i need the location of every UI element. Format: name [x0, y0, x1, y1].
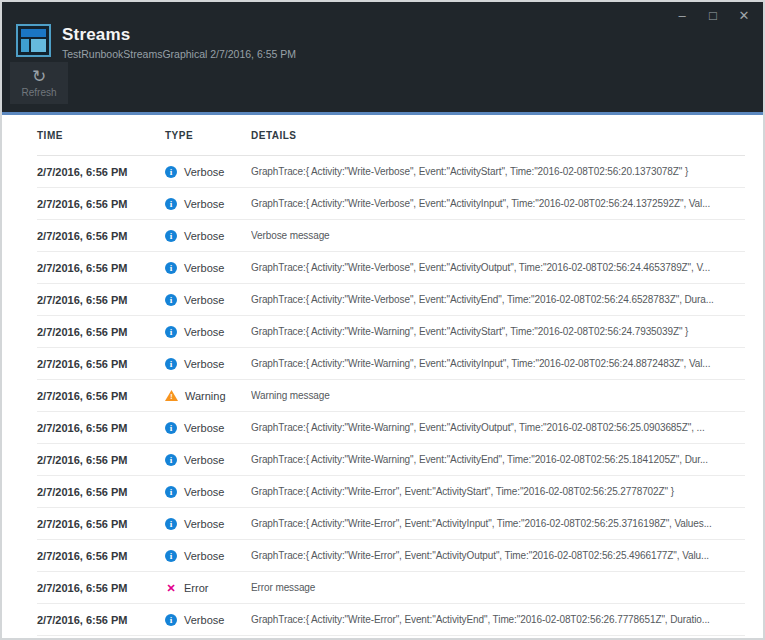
row-type: ✕ Error — [165, 582, 251, 594]
stream-row[interactable]: 2/7/2016, 6:56 PM i Verbose GraphTrace:{… — [37, 348, 745, 380]
stream-row[interactable]: 2/7/2016, 6:56 PM i Verbose GraphTrace:{… — [37, 316, 745, 348]
row-details: GraphTrace:{ Activity:"Write-Warning", E… — [251, 358, 745, 369]
icon-segment — [31, 39, 46, 52]
row-time: 2/7/2016, 6:56 PM — [37, 198, 165, 210]
row-time: 2/7/2016, 6:56 PM — [37, 390, 165, 402]
stream-row[interactable]: 2/7/2016, 6:56 PM i Verbose GraphTrace:{… — [37, 444, 745, 476]
row-time: 2/7/2016, 6:56 PM — [37, 486, 165, 498]
toolbar: ↻ Refresh — [10, 62, 68, 104]
info-icon: i — [165, 486, 177, 498]
info-icon: i — [165, 518, 177, 530]
streams-table: TIME TYPE DETAILS 2/7/2016, 6:56 PM i Ve… — [2, 115, 763, 638]
window-controls: – □ ✕ — [675, 7, 751, 25]
stream-row[interactable]: 2/7/2016, 6:56 PM i Verbose GraphTrace:{… — [37, 156, 745, 188]
row-time: 2/7/2016, 6:56 PM — [37, 454, 165, 466]
stream-row[interactable]: 2/7/2016, 6:56 PM ! Warning Warning mess… — [37, 380, 745, 412]
info-icon: i — [165, 614, 177, 626]
row-time: 2/7/2016, 6:56 PM — [37, 518, 165, 530]
row-type-label: Verbose — [184, 486, 224, 498]
refresh-button[interactable]: ↻ Refresh — [10, 62, 68, 104]
row-type-label: Warning — [185, 390, 226, 402]
row-type-label: Verbose — [184, 198, 224, 210]
row-type: i Verbose — [165, 230, 251, 242]
column-header-details: DETAILS — [251, 130, 745, 141]
row-type: i Verbose — [165, 454, 251, 466]
row-details: GraphTrace:{ Activity:"Write-Warning", E… — [251, 422, 745, 433]
maximize-icon[interactable]: □ — [706, 7, 720, 25]
stream-row[interactable]: 2/7/2016, 6:56 PM i Verbose GraphTrace:{… — [37, 284, 745, 316]
row-type: i Verbose — [165, 198, 251, 210]
info-icon: i — [165, 454, 177, 466]
row-details: GraphTrace:{ Activity:"Write-Warning", E… — [251, 326, 745, 337]
row-type: ! Warning — [165, 390, 251, 402]
refresh-icon: ↻ — [32, 68, 46, 85]
info-icon: i — [165, 294, 177, 306]
row-type-label: Verbose — [184, 518, 224, 530]
info-icon: i — [165, 550, 177, 562]
stream-row[interactable]: 2/7/2016, 6:56 PM ✕ Error Error message — [37, 572, 745, 604]
row-type-label: Verbose — [184, 422, 224, 434]
row-type-label: Verbose — [184, 454, 224, 466]
row-type: i Verbose — [165, 358, 251, 370]
row-time: 2/7/2016, 6:56 PM — [37, 614, 165, 626]
minimize-icon[interactable]: – — [675, 7, 689, 25]
info-icon: i — [165, 230, 177, 242]
row-time: 2/7/2016, 6:56 PM — [37, 422, 165, 434]
row-type: i Verbose — [165, 422, 251, 434]
warning-icon: ! — [165, 390, 178, 401]
info-icon: i — [165, 262, 177, 274]
row-details: GraphTrace:{ Activity:"Write-Error", Eve… — [251, 550, 745, 561]
streams-window: – □ ✕ Streams TestRunbookStreamsGraphica… — [0, 0, 765, 640]
row-type: i Verbose — [165, 166, 251, 178]
page-subtitle: TestRunbookStreamsGraphical 2/7/2016, 6:… — [62, 48, 296, 60]
stream-row[interactable]: 2/7/2016, 6:56 PM i Verbose Verbose mess… — [37, 220, 745, 252]
row-details: GraphTrace:{ Activity:"Write-Verbose", E… — [251, 294, 745, 305]
row-time: 2/7/2016, 6:56 PM — [37, 582, 165, 594]
row-time: 2/7/2016, 6:56 PM — [37, 326, 165, 338]
row-time: 2/7/2016, 6:56 PM — [37, 294, 165, 306]
titlebar: – □ ✕ Streams TestRunbookStreamsGraphica… — [2, 2, 763, 112]
info-icon: i — [165, 166, 177, 178]
row-type-label: Verbose — [184, 326, 224, 338]
row-type: i Verbose — [165, 518, 251, 530]
table-header-row: TIME TYPE DETAILS — [37, 115, 745, 156]
row-details: GraphTrace:{ Activity:"Write-Error", Eve… — [251, 486, 745, 497]
info-icon: i — [165, 326, 177, 338]
row-type-label: Verbose — [184, 166, 224, 178]
stream-row[interactable]: 2/7/2016, 6:56 PM i Verbose GraphTrace:{… — [37, 540, 745, 572]
row-details: GraphTrace:{ Activity:"Write-Error", Eve… — [251, 518, 745, 529]
row-type: i Verbose — [165, 550, 251, 562]
row-type-label: Verbose — [184, 614, 224, 626]
row-type: i Verbose — [165, 486, 251, 498]
stream-row[interactable]: 2/7/2016, 6:56 PM i Verbose GraphTrace:{… — [37, 604, 745, 636]
row-type-label: Error — [184, 582, 208, 594]
row-details: GraphTrace:{ Activity:"Write-Verbose", E… — [251, 198, 745, 209]
error-icon: ✕ — [165, 582, 177, 594]
row-details: GraphTrace:{ Activity:"Write-Error", Eve… — [251, 614, 745, 625]
row-details: Verbose message — [251, 230, 745, 241]
stream-row[interactable]: 2/7/2016, 6:56 PM i Verbose GraphTrace:{… — [37, 476, 745, 508]
close-icon[interactable]: ✕ — [737, 7, 751, 25]
row-details: Warning message — [251, 390, 745, 401]
icon-segment — [21, 29, 46, 37]
row-time: 2/7/2016, 6:56 PM — [37, 550, 165, 562]
column-header-time: TIME — [37, 130, 165, 141]
stream-row[interactable]: 2/7/2016, 6:56 PM i Verbose GraphTrace:{… — [37, 508, 745, 540]
row-time: 2/7/2016, 6:56 PM — [37, 230, 165, 242]
row-type-label: Verbose — [184, 230, 224, 242]
stream-row[interactable]: 2/7/2016, 6:56 PM i Verbose GraphTrace:{… — [37, 412, 745, 444]
page-title: Streams — [62, 25, 296, 45]
row-type: i Verbose — [165, 294, 251, 306]
row-time: 2/7/2016, 6:56 PM — [37, 166, 165, 178]
stream-row[interactable]: 2/7/2016, 6:56 PM i Verbose GraphTrace:{… — [37, 252, 745, 284]
header: Streams TestRunbookStreamsGraphical 2/7/… — [2, 2, 763, 60]
streams-blade-icon — [16, 24, 51, 57]
row-type-label: Verbose — [184, 358, 224, 370]
row-type-label: Verbose — [184, 294, 224, 306]
stream-row[interactable]: 2/7/2016, 6:56 PM i Verbose GraphTrace:{… — [37, 188, 745, 220]
info-icon: i — [165, 198, 177, 210]
icon-segment — [21, 39, 29, 52]
column-header-type: TYPE — [165, 130, 251, 141]
row-type-label: Verbose — [184, 550, 224, 562]
info-icon: i — [165, 358, 177, 370]
